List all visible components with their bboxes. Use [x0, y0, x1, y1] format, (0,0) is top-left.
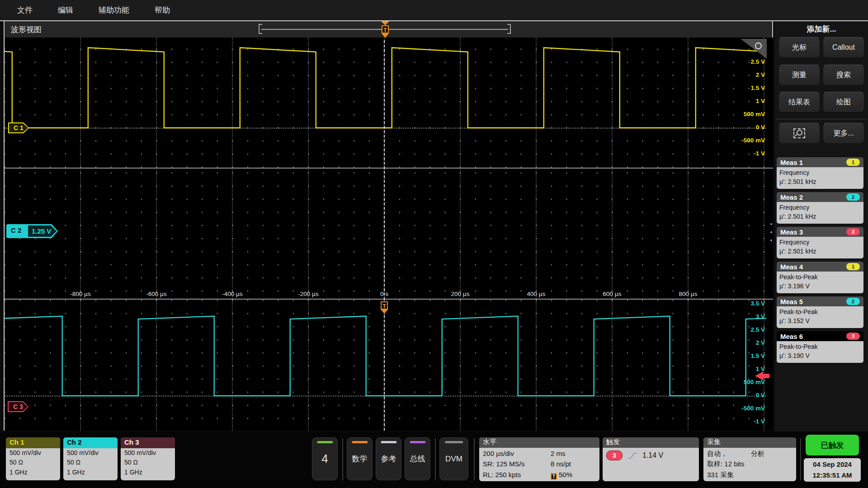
meas-value: µ': 2.501 kHz	[779, 177, 861, 186]
button-label: DVM	[445, 455, 462, 464]
button-label: 4	[321, 452, 328, 466]
trigger-time-line	[384, 40, 385, 431]
meas-card-header: Meas 22	[777, 192, 863, 202]
channel-bandwidth: 1 GHz	[121, 468, 175, 477]
trigger-source-marker[interactable]: T	[381, 301, 388, 314]
cursor-button[interactable]: 光标	[778, 37, 820, 58]
magnifier-icon	[797, 130, 802, 136]
meas-card-body: Frequencyµ': 2.501 kHz	[777, 167, 863, 189]
acquisition-mode: 自动，	[707, 448, 727, 459]
v-label-ch2: 2 V	[756, 339, 765, 346]
source-badge: 3	[846, 228, 860, 235]
channel-scale: 500 mV/div	[63, 448, 118, 458]
trigger-position-icon[interactable]	[381, 21, 389, 25]
t-label: -400 µs	[222, 291, 242, 297]
meas-card-header: Meas 52	[777, 296, 863, 306]
trigger-level-arrow[interactable]	[755, 371, 763, 380]
acquisition-panel-title: 采集	[703, 437, 796, 448]
channel3-handle[interactable]: C 3	[8, 401, 28, 412]
v-label-ch1: 500 mV	[744, 111, 765, 117]
horizontal-panel[interactable]: 水平 200 µs/div2 msSR: 125 MS/s8 ns/ptRL: …	[479, 437, 599, 481]
meas-name: Meas 2	[780, 193, 803, 201]
results-sidebar: 添加新... 光标Callout测量搜索结果表绘图更多... Meas 11Fr…	[775, 21, 868, 432]
dvm-button[interactable]: DVM	[439, 437, 468, 480]
v-label-ch2: 3 V	[756, 313, 765, 320]
v-label-ch2: -500 mV	[741, 405, 765, 412]
menu-item-3[interactable]: 辅助功能	[99, 5, 129, 15]
divider	[435, 438, 436, 480]
menu-item-2[interactable]: 编辑	[58, 5, 73, 15]
channel2-handle[interactable]: C 2 1.25 V	[6, 224, 58, 238]
meas-card-2[interactable]: Meas 22Frequencyµ': 2.501 kHz	[777, 192, 863, 224]
results-table-button[interactable]: 结果表	[778, 92, 820, 113]
t-label: 600 µs	[603, 291, 622, 297]
button-label: 参考	[381, 454, 396, 464]
meas-card-3[interactable]: Meas 33Frequencyµ': 2.501 kHz	[777, 227, 863, 258]
trigger-position-marker[interactable]: T	[382, 25, 389, 38]
bus-button[interactable]: 总线	[405, 437, 430, 480]
meas-name: Meas 5	[780, 298, 803, 305]
horizontal-cell: 200 µs/div	[483, 448, 551, 459]
channel-impedance: 50 Ω	[6, 458, 60, 467]
meas-name: Meas 3	[780, 228, 803, 236]
meas-card-1[interactable]: Meas 11Frequencyµ': 2.501 kHz	[777, 157, 863, 189]
button-stripe	[352, 441, 368, 443]
callout-button[interactable]: Callout	[823, 37, 864, 58]
divider	[800, 438, 801, 480]
meas-card-5[interactable]: Meas 52Peak-to-Peakµ': 3.152 V	[777, 296, 863, 328]
settings-bar: Ch 1500 mV/div50 Ω1 GHzCh 2500 mV/div50 …	[0, 432, 868, 488]
menu-item-4[interactable]: 帮助	[155, 5, 170, 15]
more-button[interactable]: 更多...	[823, 123, 864, 144]
v-label-ch1: -1 V	[754, 150, 765, 157]
horizontal-cell: RL: 250 kpts	[483, 469, 551, 480]
measure-button[interactable]: 测量	[778, 65, 820, 85]
trigger-source-badge: 3	[606, 450, 623, 460]
divider	[342, 438, 343, 480]
button-stripe	[317, 441, 333, 443]
channel-badge-1[interactable]: Ch 1500 mV/div50 Ω1 GHz	[6, 437, 60, 480]
waveform-view-window: 波形视图 T 2.5 V2 V1.5 V1 V500 mV0 V-500 mV-…	[4, 21, 773, 431]
channel4-button[interactable]: 4	[312, 437, 338, 480]
meas-card-4[interactable]: Meas 41Peak-to-Peakµ': 3.196 V	[777, 262, 863, 293]
panel-splitter-grip[interactable]	[770, 221, 773, 243]
v-label-ch1: -500 mV	[741, 137, 765, 144]
reference-button[interactable]: 参考	[376, 437, 401, 480]
channel-bandwidth: 1 GHz	[63, 468, 118, 477]
meas-type: Frequency	[779, 168, 861, 177]
date-text: 04 Sep 2024	[804, 459, 861, 470]
waveform-canvas[interactable]: 2.5 V2 V1.5 V1 V500 mV0 V-500 mV-1 V3.5 …	[5, 38, 773, 431]
meas-card-body: Frequencyµ': 2.501 kHz	[777, 202, 863, 224]
acquisition-count: 331 采集	[707, 469, 793, 480]
trigger-t-icon: T	[382, 25, 389, 33]
meas-card-6[interactable]: Meas 63Peak-to-Peakµ': 3.190 V	[777, 331, 863, 363]
channel-badge-3[interactable]: Ch 3500 mV/div50 Ω1 GHz	[121, 437, 175, 480]
acquisition-panel[interactable]: 采集 自动， 分析 取样: 12 bits 331 采集	[703, 437, 796, 481]
meas-card-header: Meas 33	[777, 227, 863, 237]
plot-button[interactable]: 绘图	[823, 92, 864, 113]
v-label-ch1: 2.5 V	[750, 58, 765, 65]
waveform-titlebar: 波形视图 T	[5, 21, 772, 38]
meas-type: Peak-to-Peak	[779, 307, 861, 316]
math-button[interactable]: 数学	[347, 437, 373, 480]
search-button[interactable]: 搜索	[823, 65, 864, 85]
horizontal-cell: T50%	[551, 469, 596, 480]
meas-card-header: Meas 11	[777, 157, 863, 167]
source-badge: 2	[846, 298, 860, 305]
acquisition-analysis: 分析	[751, 448, 764, 459]
button-stripe	[445, 441, 463, 443]
v-label-ch1: 1 V	[756, 98, 765, 104]
v-label-ch2: 1.5 V	[750, 352, 765, 359]
trigger-status-button[interactable]: 已触发	[806, 435, 859, 455]
trigger-panel[interactable]: 触发 3 1.14 V	[603, 437, 699, 481]
channel1-handle[interactable]: C 1	[8, 122, 29, 133]
meas-type: Frequency	[779, 238, 861, 247]
zoom-select-icon	[793, 128, 805, 138]
source-badge: 1	[846, 159, 860, 166]
menu-item-1[interactable]: 文件	[17, 5, 33, 15]
button-stripe	[410, 441, 425, 443]
meas-name: Meas 4	[780, 263, 803, 271]
zoom-select-button[interactable]	[778, 123, 820, 144]
channel-badge-2[interactable]: Ch 2500 mV/div50 Ω1 GHz	[63, 437, 118, 480]
button-label: 数学	[352, 454, 368, 464]
meas-card-body: Peak-to-Peakµ': 3.190 V	[777, 341, 863, 363]
